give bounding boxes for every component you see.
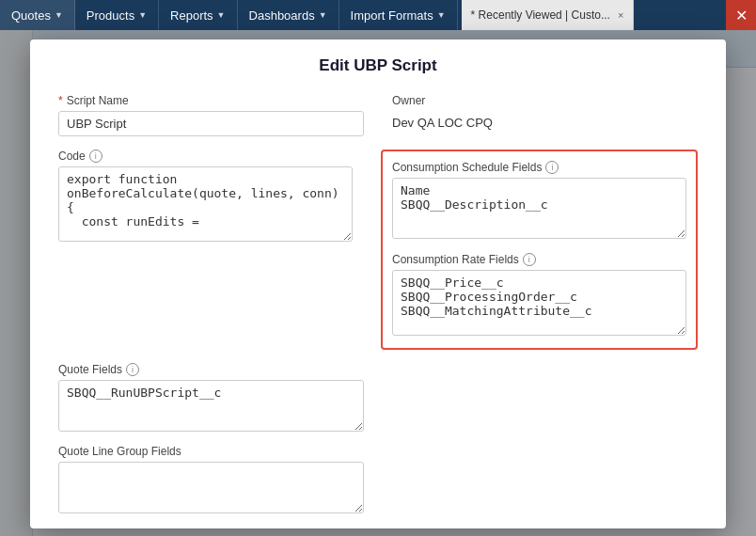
owner-label: Owner bbox=[392, 94, 698, 107]
code-textarea-wrapper bbox=[58, 166, 353, 244]
nav-item-reports[interactable]: Reports ▼ bbox=[159, 0, 237, 30]
nav-bar: Quotes ▼ Products ▼ Reports ▼ Dashboards… bbox=[0, 0, 756, 30]
form-row-5: Quote Line Fields bbox=[58, 527, 698, 528]
owner-value: Dev QA LOC CPQ bbox=[392, 111, 698, 134]
form-row-1: * Script Name Owner Dev QA LOC CPQ bbox=[58, 94, 698, 136]
form-group-quote-fields: Quote Fields i bbox=[58, 363, 364, 432]
nav-item-products[interactable]: Products ▼ bbox=[75, 0, 159, 30]
consumption-rate-textarea[interactable] bbox=[392, 270, 686, 336]
form-group-quote-line: Quote Line Fields bbox=[58, 527, 364, 528]
nav-item-import-formats[interactable]: Import Formats ▼ bbox=[339, 0, 458, 30]
form-group-consumption-schedule: Consumption Schedule Fields i bbox=[392, 161, 686, 242]
nav-import-chevron: ▼ bbox=[437, 10, 446, 20]
consumption-rate-info-icon[interactable]: i bbox=[523, 253, 536, 266]
code-label: Code i bbox=[58, 150, 353, 163]
nav-item-dashboards[interactable]: Dashboards ▼ bbox=[238, 0, 339, 30]
form-row-4: Quote Line Group Fields bbox=[58, 445, 698, 513]
nav-reports-chevron: ▼ bbox=[217, 10, 226, 20]
quote-fields-info-icon[interactable]: i bbox=[126, 363, 139, 376]
nav-quotes-label: Quotes bbox=[11, 8, 51, 23]
form-group-spacer-right3 bbox=[392, 527, 698, 528]
nav-products-chevron: ▼ bbox=[138, 10, 147, 20]
nav-tab-close-icon[interactable]: × bbox=[618, 9, 623, 21]
highlighted-right-section: Consumption Schedule Fields i Consumptio… bbox=[381, 150, 698, 350]
nav-reports-label: Reports bbox=[170, 8, 213, 23]
quote-line-group-label: Quote Line Group Fields bbox=[58, 445, 364, 458]
script-name-input[interactable] bbox=[58, 111, 364, 136]
nav-tab-recently-viewed[interactable]: * Recently Viewed | Custo... × bbox=[462, 0, 635, 30]
form-group-script-name: * Script Name bbox=[58, 94, 364, 136]
modal-dialog: Edit UBP Script * Script Name Owner Dev … bbox=[30, 39, 726, 528]
code-info-icon[interactable]: i bbox=[89, 150, 102, 163]
modal-body: * Script Name Owner Dev QA LOC CPQ Code … bbox=[30, 85, 726, 528]
nav-dashboards-label: Dashboards bbox=[249, 8, 315, 23]
nav-close-icon: ✕ bbox=[735, 7, 748, 24]
nav-products-label: Products bbox=[87, 8, 134, 23]
form-row-2: Code i Consumption Schedule Fields i bbox=[58, 150, 698, 350]
nav-tab-label: * Recently Viewed | Custo... bbox=[471, 8, 610, 22]
nav-import-label: Import Formats bbox=[351, 8, 433, 23]
nav-item-quotes[interactable]: Quotes ▼ bbox=[0, 0, 75, 30]
code-textarea[interactable] bbox=[58, 166, 353, 242]
consumption-rate-label: Consumption Rate Fields i bbox=[392, 253, 686, 266]
quote-line-fields-label: Quote Line Fields bbox=[58, 527, 364, 528]
quote-fields-textarea[interactable] bbox=[58, 380, 364, 432]
nav-quotes-chevron: ▼ bbox=[55, 10, 63, 20]
form-group-spacer-right bbox=[392, 363, 698, 432]
modal-overlay: Edit UBP Script * Script Name Owner Dev … bbox=[0, 30, 756, 536]
form-row-3: Quote Fields i bbox=[58, 363, 698, 432]
nav-dashboards-chevron: ▼ bbox=[319, 10, 327, 20]
form-group-code: Code i bbox=[58, 150, 353, 244]
form-group-spacer-right2 bbox=[392, 445, 698, 513]
form-group-quote-line-group: Quote Line Group Fields bbox=[58, 445, 364, 513]
quote-line-group-textarea[interactable] bbox=[58, 462, 364, 513]
consumption-schedule-info-icon[interactable]: i bbox=[545, 161, 559, 174]
form-group-owner: Owner Dev QA LOC CPQ bbox=[392, 94, 698, 136]
consumption-schedule-label: Consumption Schedule Fields i bbox=[392, 161, 686, 174]
required-star: * bbox=[58, 94, 63, 107]
modal-title: Edit UBP Script bbox=[30, 39, 726, 85]
form-group-consumption-rate: Consumption Rate Fields i bbox=[392, 253, 686, 339]
quote-fields-label: Quote Fields i bbox=[58, 363, 364, 376]
nav-close-button[interactable]: ✕ bbox=[726, 0, 756, 30]
script-name-label: * Script Name bbox=[58, 94, 364, 107]
consumption-schedule-textarea[interactable] bbox=[392, 178, 686, 239]
